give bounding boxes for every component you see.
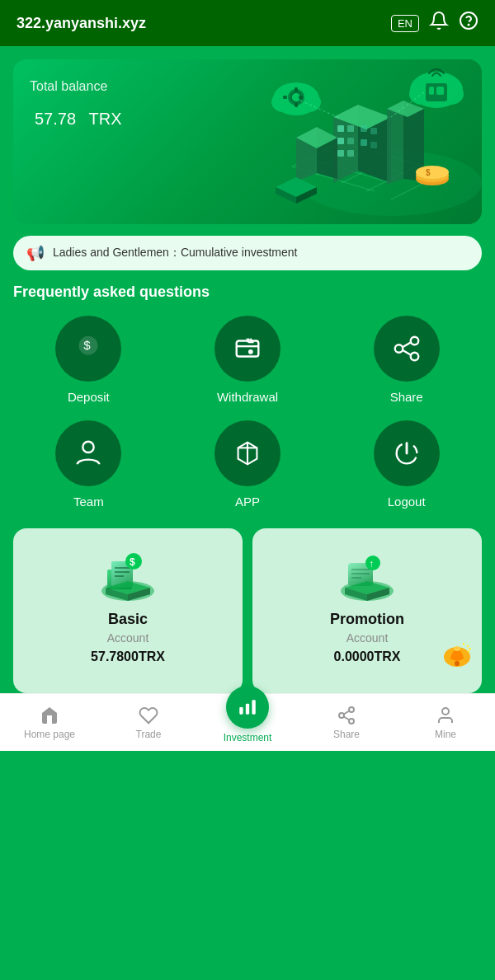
svg-rect-39: [299, 96, 303, 99]
basic-amount: 57.7800TRX: [91, 649, 165, 664]
site-title: 322.yanyanshi.xyz: [16, 15, 146, 32]
notification-icon[interactable]: [429, 11, 449, 35]
svg-line-97: [467, 645, 469, 647]
home-icon: [40, 706, 59, 725]
app-circle: [214, 420, 280, 486]
svg-rect-19: [337, 150, 344, 157]
accounts-row: $ Basic Account 57.7800TRX: [13, 528, 482, 693]
svg-rect-22: [370, 128, 377, 134]
action-share[interactable]: Share: [331, 316, 482, 404]
app-label: APP: [235, 495, 260, 509]
action-team[interactable]: Team: [13, 420, 164, 509]
main-content: Total balance 57.78 TRX: [0, 46, 495, 693]
svg-point-95: [454, 646, 460, 651]
app-icon: [232, 438, 263, 469]
deposit-label: Deposit: [68, 390, 110, 404]
action-withdrawal[interactable]: Withdrawal: [172, 316, 323, 404]
basic-account-icon: $: [99, 545, 157, 603]
logout-label: Logout: [388, 495, 426, 509]
nav-share-label: Share: [333, 729, 360, 740]
nav-investment[interactable]: Investment: [198, 702, 297, 743]
investment-icon: [237, 696, 258, 718]
announce-text: Ladies and Gentlemen：Cumulative investme…: [53, 246, 298, 260]
svg-line-64: [403, 350, 411, 355]
nav-share-icon: [337, 706, 356, 725]
svg-rect-57: [237, 341, 259, 357]
share-circle: [374, 316, 440, 382]
svg-rect-38: [283, 96, 287, 99]
withdrawal-circle: [214, 316, 280, 382]
basic-account-card[interactable]: $ Basic Account 57.7800TRX: [13, 528, 243, 693]
bell-badge: [441, 640, 474, 677]
nav-trade-label: Trade: [136, 729, 162, 740]
svg-point-109: [442, 708, 449, 715]
promotion-subtitle: Account: [346, 631, 389, 645]
svg-text:↑: ↑: [369, 558, 374, 570]
basic-title: Basic: [108, 611, 148, 628]
svg-rect-37: [295, 103, 298, 107]
svg-rect-20: [347, 150, 354, 157]
withdrawal-icon: [232, 333, 263, 364]
announcement-bar: 📢 Ladies and Gentlemen：Cumulative invest…: [13, 236, 482, 270]
svg-text:$: $: [426, 168, 431, 177]
svg-point-62: [410, 353, 418, 361]
basic-subtitle: Account: [107, 631, 149, 645]
nav-investment-label: Investment: [224, 732, 272, 743]
header-actions: EN: [391, 11, 478, 35]
promotion-account-card[interactable]: ↑ Promotion Account 0.0000TRX: [252, 528, 482, 693]
svg-point-65: [83, 442, 94, 452]
logout-circle: [374, 420, 440, 486]
logout-icon: [391, 438, 422, 469]
bottom-nav: Home page Trade Investment Share: [0, 693, 495, 751]
svg-rect-16: [347, 125, 354, 132]
svg-rect-15: [337, 125, 344, 132]
support-icon[interactable]: [459, 11, 478, 35]
deposit-icon: $: [73, 333, 104, 364]
svg-line-99: [468, 650, 469, 652]
balance-illustration: $: [226, 59, 482, 224]
nav-home[interactable]: Home page: [0, 706, 99, 740]
actions-grid: $ Deposit Withdrawal: [13, 316, 482, 509]
svg-point-106: [349, 719, 354, 724]
nav-trade[interactable]: Trade: [99, 706, 198, 740]
svg-rect-103: [252, 700, 255, 714]
svg-rect-17: [337, 138, 344, 144]
svg-point-61: [394, 345, 403, 353]
svg-text:$: $: [84, 338, 92, 352]
svg-rect-21: [361, 125, 367, 132]
balance-card: Total balance 57.78 TRX: [13, 59, 482, 224]
svg-rect-18: [347, 138, 354, 144]
svg-point-105: [339, 713, 344, 718]
svg-line-108: [344, 710, 350, 714]
nav-mine-label: Mine: [435, 729, 456, 740]
action-deposit[interactable]: $ Deposit: [13, 316, 164, 404]
announce-icon: 📢: [26, 244, 45, 262]
svg-point-59: [248, 349, 253, 354]
mine-icon: [436, 706, 455, 725]
action-logout[interactable]: Logout: [331, 420, 482, 509]
svg-line-107: [344, 716, 350, 720]
svg-rect-45: [436, 87, 444, 95]
svg-rect-23: [361, 139, 367, 146]
svg-point-50: [416, 166, 449, 179]
svg-rect-44: [429, 87, 434, 95]
action-app[interactable]: APP: [172, 420, 323, 509]
team-circle: [55, 420, 121, 486]
svg-text:$: $: [130, 556, 135, 568]
svg-rect-101: [239, 707, 243, 715]
header: 322.yanyanshi.xyz EN: [0, 0, 495, 46]
svg-point-96: [455, 661, 460, 666]
nav-home-label: Home page: [24, 729, 75, 740]
language-button[interactable]: EN: [391, 15, 419, 32]
team-icon: [73, 438, 104, 469]
team-label: Team: [73, 495, 104, 509]
svg-point-104: [349, 707, 354, 712]
deposit-circle: $: [55, 316, 121, 382]
svg-rect-24: [370, 142, 377, 148]
promotion-title: Promotion: [330, 611, 404, 628]
nav-mine[interactable]: Mine: [396, 706, 495, 740]
share-label: Share: [390, 390, 423, 404]
svg-line-63: [403, 342, 411, 347]
nav-share[interactable]: Share: [297, 706, 396, 740]
nav-investment-button[interactable]: [226, 686, 269, 729]
